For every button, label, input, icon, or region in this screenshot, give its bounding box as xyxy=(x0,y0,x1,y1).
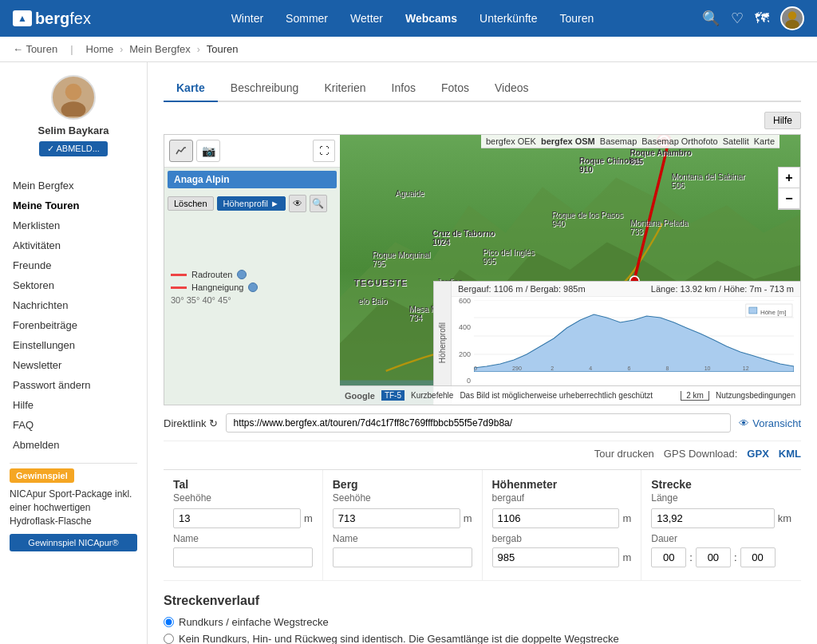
route-type-1: Radrouten xyxy=(191,270,232,279)
layer-basemap[interactable]: Basemap xyxy=(600,136,637,146)
layer-karte[interactable]: Karte xyxy=(754,136,775,146)
abmelden-button[interactable]: ✓ ABMELD... xyxy=(39,141,108,156)
content-tabs: Karte Beschreibung Kriterien Infos Fotos… xyxy=(164,75,801,102)
nav-sommer[interactable]: Sommer xyxy=(286,12,328,25)
nav-unterkuenfte[interactable]: Unterkünfte xyxy=(480,12,537,25)
gewinnspiel-badge: Gewinnspiel xyxy=(10,468,74,483)
sidebar-item-newsletter[interactable]: Newsletter xyxy=(10,355,137,375)
map-image[interactable]: Roque Chinobre910 Roque Anambro815 Monta… xyxy=(340,135,800,405)
avatar[interactable] xyxy=(780,6,804,30)
tab-beschreibung[interactable]: Beschreibung xyxy=(218,75,312,102)
bergauf-label: bergauf xyxy=(492,492,632,504)
svg-point-2 xyxy=(65,84,82,101)
sidebar-item-passwort[interactable]: Passwort ändern xyxy=(10,375,137,395)
map-icon[interactable]: 🗺 xyxy=(755,10,769,27)
tour-drucken-link[interactable]: Tour drucken xyxy=(594,448,654,460)
header-icons: 🔍 ♡ 🗺 xyxy=(702,6,804,30)
berg-seehoehe-input[interactable] xyxy=(333,508,460,528)
nutzungsbedingungen[interactable]: Nutzungsbedingungen xyxy=(716,391,795,400)
dauer-s-input[interactable] xyxy=(740,547,776,567)
hilfe-row: Hilfe xyxy=(164,112,801,129)
sidebar-item-abmelden[interactable]: Abmelden xyxy=(10,435,137,455)
tab-infos[interactable]: Infos xyxy=(379,75,428,102)
eye-icon[interactable]: 👁 xyxy=(289,195,306,212)
heart-icon[interactable]: ♡ xyxy=(731,10,744,27)
breadcrumb-mein-bergfex[interactable]: Mein Bergfex xyxy=(129,43,191,55)
berg-name-input[interactable] xyxy=(333,547,472,567)
svg-text:10: 10 xyxy=(705,365,711,371)
refresh-icon[interactable]: ↻ xyxy=(209,417,218,429)
gewinnspiel-text: NICApur Sport-Package inkl. einer hochwe… xyxy=(10,488,137,527)
svg-point-3 xyxy=(61,101,86,117)
dauer-inputs: : : xyxy=(651,547,791,567)
hoehenmeter-cell: Höhenmeter bergauf m bergab m xyxy=(483,470,642,581)
map-label-elo-baio: elo Baio xyxy=(358,297,387,306)
nav-winter[interactable]: Winter xyxy=(231,12,263,25)
tour-actions: Löschen Höhenprofil ► 👁 🔍 xyxy=(164,192,340,215)
user-name: Selim Baykara xyxy=(38,124,109,136)
tab-videos[interactable]: Videos xyxy=(482,75,542,102)
kml-download-link[interactable]: KML xyxy=(779,448,801,460)
gpx-download-link[interactable]: GPX xyxy=(747,448,768,460)
search-icon[interactable]: 🔍 xyxy=(702,10,720,27)
map-tool-line[interactable] xyxy=(169,140,193,162)
sidebar-item-hilfe[interactable]: Hilfe xyxy=(10,395,137,415)
sidebar: Selim Baykara ✓ ABMELD... Mein Bergfex M… xyxy=(0,62,148,644)
zoom-out-button[interactable]: − xyxy=(779,188,799,209)
breadcrumb-home[interactable]: Home xyxy=(86,43,114,55)
sidebar-item-einstellungen[interactable]: Einstellungen xyxy=(10,335,137,355)
map-label-cruz: Cruz de Taborno1024 xyxy=(432,229,495,247)
nav-touren[interactable]: Touren xyxy=(559,12,594,25)
tal-unit: m xyxy=(304,512,313,524)
back-link[interactable]: ← Touren xyxy=(13,43,57,55)
tal-seehoehe-input[interactable] xyxy=(173,508,301,528)
dauer-m-input[interactable] xyxy=(696,547,731,567)
bergab-input[interactable] xyxy=(492,547,620,567)
layer-satellit[interactable]: Satellit xyxy=(723,136,749,146)
hoehenprofil-button[interactable]: Höhenprofil ► xyxy=(217,196,286,211)
kurzbefehle[interactable]: Kurzbefehle xyxy=(411,391,453,400)
map-expand-button[interactable]: ⛶ xyxy=(313,140,335,162)
sidebar-item-meine-touren[interactable]: Meine Touren xyxy=(10,196,137,215)
elevation-bergauf: Bergauf: 1106 m / Bergab: 985m xyxy=(458,284,586,294)
sidebar-item-sektoren[interactable]: Sektoren xyxy=(10,275,137,295)
layer-bergfex-osm[interactable]: bergfex OSM xyxy=(541,136,595,146)
direktlink-input[interactable] xyxy=(226,413,731,433)
nav-wetter[interactable]: Wetter xyxy=(350,12,383,25)
sidebar-item-aktivitaeten[interactable]: Aktivitäten xyxy=(10,235,137,255)
gewinnspiel-button[interactable]: Gewinnspiel NICApur® xyxy=(10,534,137,551)
radio-rundkurs[interactable] xyxy=(164,617,174,627)
tab-karte[interactable]: Karte xyxy=(164,75,218,102)
elevation-chart-area: 600 400 200 0 xyxy=(452,297,800,385)
loeschen-button[interactable]: Löschen xyxy=(168,196,214,211)
sidebar-item-forenbeitraege[interactable]: Forenbeiträge xyxy=(10,315,137,335)
sidebar-item-merklisten[interactable]: Merklisten xyxy=(10,215,137,235)
voransicht-button[interactable]: 👁 Voransicht xyxy=(739,417,801,429)
tal-title: Tal xyxy=(173,478,313,491)
dauer-h-input[interactable] xyxy=(651,547,686,567)
tab-kriterien[interactable]: Kriterien xyxy=(311,75,378,102)
y-label-400: 400 xyxy=(452,323,471,331)
bergauf-input[interactable] xyxy=(492,508,620,528)
layer-bergfex-oek[interactable]: bergfex OEK xyxy=(486,136,536,146)
logo[interactable]: ▲ bergfex xyxy=(13,10,91,28)
bergauf-input-row: m xyxy=(492,508,632,528)
sidebar-item-nachrichten[interactable]: Nachrichten xyxy=(10,295,137,315)
nav-webcams[interactable]: Webcams xyxy=(405,12,457,25)
tal-name-input[interactable] xyxy=(173,547,313,567)
berg-input-row: m xyxy=(333,508,472,528)
zoom-icon[interactable]: 🔍 xyxy=(310,195,327,212)
sidebar-item-faq[interactable]: FAQ xyxy=(10,415,137,435)
strecke-input[interactable] xyxy=(651,508,774,528)
laenge-label: Länge xyxy=(651,492,791,504)
sidebar-item-mein-bergfex[interactable]: Mein Bergfex xyxy=(10,176,137,196)
degrees-label: 30° 35° 40° 45° xyxy=(171,295,334,305)
zoom-in-button[interactable]: + xyxy=(779,168,799,188)
radio-kein-rundkurs[interactable] xyxy=(164,634,174,644)
map-label-aguaide: Aguaide xyxy=(395,189,424,198)
tab-fotos[interactable]: Fotos xyxy=(428,75,482,102)
map-tool-camera[interactable]: 📷 xyxy=(196,140,220,162)
layer-basemap-ortho[interactable]: Basemap Orthofoto xyxy=(641,136,717,146)
hilfe-button[interactable]: Hilfe xyxy=(764,112,801,129)
sidebar-item-freunde[interactable]: Freunde xyxy=(10,255,137,275)
